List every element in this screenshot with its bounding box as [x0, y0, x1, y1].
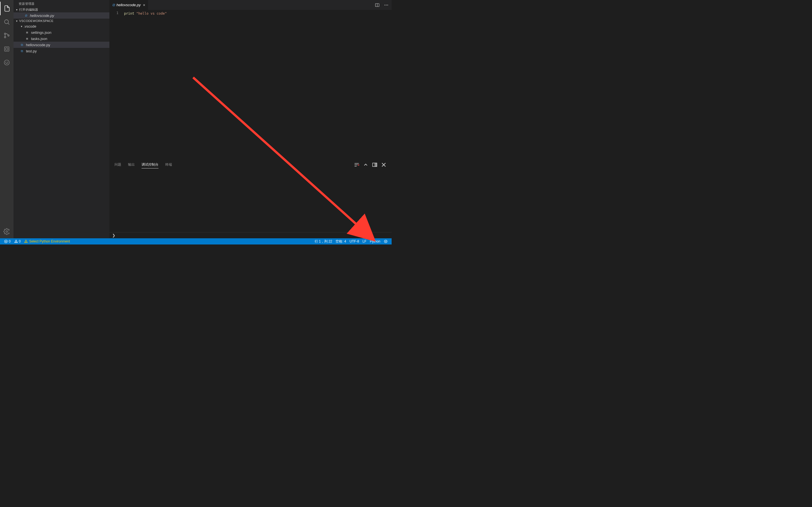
- svg-point-29: [385, 241, 386, 241]
- svg-rect-6: [6, 48, 8, 50]
- errors-count: 0: [9, 239, 11, 243]
- status-cursor-position[interactable]: 行 1，列 22: [313, 239, 334, 244]
- file-name: tasks.json: [31, 37, 47, 41]
- activity-explorer-icon[interactable]: [0, 2, 13, 15]
- panel-maximize-icon[interactable]: [372, 162, 377, 168]
- workspace-header[interactable]: ▾ VSCODEWORKSPACE: [13, 18, 109, 23]
- workspace-label: VSCODEWORKSPACE: [19, 19, 54, 22]
- python-file-icon: ⧉: [24, 13, 28, 18]
- status-errors[interactable]: 0: [2, 238, 12, 244]
- svg-point-2: [4, 33, 6, 35]
- sidebar-title: 资源管理器: [13, 0, 109, 7]
- editor-tabs: ⧉ hellovscode.py ×: [109, 0, 392, 10]
- svg-rect-18: [375, 163, 377, 166]
- file-name: hellovscode.py: [26, 43, 50, 47]
- activity-settings-icon[interactable]: [0, 225, 13, 238]
- svg-point-11: [385, 4, 386, 5]
- close-tab-icon[interactable]: ×: [143, 3, 145, 7]
- svg-point-30: [386, 241, 386, 241]
- code-editor[interactable]: 1 print "hello vs code": [109, 10, 392, 160]
- status-bar: 0 0 Select Python Environment 行 1，列 22 空…: [0, 238, 392, 244]
- python-file-icon: ⧉: [112, 3, 115, 7]
- editor-tab-active[interactable]: ⧉ hellovscode.py ×: [109, 0, 148, 10]
- json-file-icon: ≡: [25, 36, 29, 41]
- svg-line-1: [8, 23, 10, 25]
- status-indentation[interactable]: 空格: 4: [334, 239, 348, 244]
- svg-point-12: [386, 4, 387, 5]
- chevron-down-icon: ▾: [20, 25, 23, 28]
- warnings-count: 0: [19, 239, 21, 243]
- file-name: settings.json: [31, 31, 51, 35]
- bottom-panel: 问题 输出 调试控制台 终端: [109, 160, 392, 238]
- open-editors-label: 打开的编辑器: [19, 8, 38, 12]
- panel-tab-output[interactable]: 输出: [128, 161, 135, 168]
- svg-rect-5: [4, 47, 9, 51]
- status-encoding[interactable]: UTF-8: [348, 239, 361, 243]
- panel-collapse-icon[interactable]: [363, 162, 368, 168]
- debug-console-input[interactable]: ❯: [109, 232, 392, 238]
- file-test[interactable]: ⧉ test.py: [13, 48, 109, 54]
- activity-source-control-icon[interactable]: [0, 29, 13, 42]
- more-actions-icon[interactable]: [383, 1, 390, 9]
- status-feedback-icon[interactable]: [382, 239, 389, 243]
- open-editors-header[interactable]: ▾ 打开的编辑器: [13, 7, 109, 12]
- chevron-down-icon: ▾: [15, 8, 18, 11]
- svg-point-7: [4, 60, 9, 65]
- activity-bar: [0, 0, 13, 238]
- activity-debug-icon[interactable]: [0, 42, 13, 56]
- prompt-icon: ❯: [112, 233, 115, 237]
- svg-point-3: [4, 37, 6, 38]
- status-warnings[interactable]: 0: [12, 238, 22, 244]
- panel-tabs: 问题 输出 调试控制台 终端: [109, 160, 392, 169]
- svg-point-28: [384, 240, 388, 243]
- editor-area: ⧉ hellovscode.py × 1: [109, 0, 392, 238]
- panel-tab-terminal[interactable]: 终端: [165, 161, 172, 168]
- folder-name: .vscode: [24, 24, 36, 29]
- debug-console-output[interactable]: [109, 169, 392, 232]
- status-eol[interactable]: LF: [361, 239, 368, 243]
- panel-tab-problems[interactable]: 问题: [114, 161, 121, 168]
- chevron-down-icon: ▾: [15, 19, 18, 22]
- file-hellovscode[interactable]: ⧉ hellovscode.py: [13, 42, 109, 48]
- python-file-icon: ⧉: [20, 49, 24, 53]
- explorer-sidebar: 资源管理器 ▾ 打开的编辑器 ⧉ hellovscode.py ▾ VSCODE…: [13, 0, 109, 238]
- file-name: test.py: [26, 49, 37, 53]
- split-editor-icon[interactable]: [373, 1, 381, 9]
- panel-tab-debug-console[interactable]: 调试控制台: [142, 161, 158, 168]
- activity-extensions-icon[interactable]: [0, 56, 13, 69]
- file-settings-json[interactable]: ≡ settings.json: [13, 29, 109, 36]
- svg-point-0: [4, 20, 8, 24]
- status-python-env-warning[interactable]: Select Python Environment: [22, 238, 71, 244]
- svg-point-8: [6, 231, 8, 232]
- panel-close-icon[interactable]: [381, 162, 387, 168]
- status-python-env-text: Select Python Environment: [29, 239, 70, 243]
- open-editor-item[interactable]: ⧉ hellovscode.py: [13, 12, 109, 18]
- file-tasks-json[interactable]: ≡ tasks.json: [13, 36, 109, 42]
- folder-vscode[interactable]: ▾ .vscode: [13, 23, 109, 29]
- tab-filename: hellovscode.py: [116, 3, 141, 7]
- panel-clear-icon[interactable]: [354, 162, 359, 168]
- line-number: 1: [109, 11, 118, 15]
- json-file-icon: ≡: [25, 30, 29, 35]
- open-editor-filename: hellovscode.py: [30, 13, 54, 18]
- python-file-icon: ⧉: [20, 43, 24, 47]
- activity-search-icon[interactable]: [0, 15, 13, 29]
- minimap[interactable]: [388, 10, 392, 160]
- svg-point-4: [8, 35, 9, 36]
- status-language-mode[interactable]: Python: [368, 239, 382, 243]
- svg-point-13: [388, 4, 388, 5]
